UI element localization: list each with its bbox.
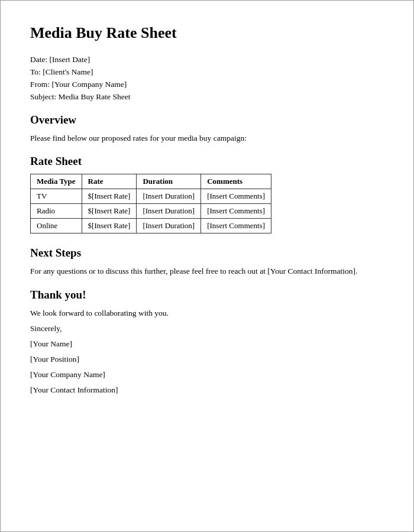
contact-line: [Your Contact Information] — [30, 385, 384, 395]
closing-text: We look forward to collaborating with yo… — [30, 309, 384, 318]
name-line: [Your Name] — [30, 339, 384, 349]
table-row: Online$[Insert Rate][Insert Duration][In… — [31, 219, 271, 233]
table-cell: Online — [31, 219, 82, 233]
document-title: Media Buy Rate Sheet — [30, 24, 384, 42]
table-cell: [Insert Comments] — [201, 204, 271, 219]
table-cell: [Insert Comments] — [201, 219, 271, 233]
table-header-row: Media Type Rate Duration Comments — [31, 174, 271, 189]
closing-section: Thank you! We look forward to collaborat… — [30, 288, 384, 395]
from-line: From: [Your Company Name] — [30, 80, 384, 89]
next-steps-text: For any questions or to discuss this fur… — [30, 265, 384, 277]
next-steps-section: Next Steps For any questions or to discu… — [30, 246, 384, 277]
sincerely-line: Sincerely, — [30, 324, 384, 333]
overview-text: Please find below our proposed rates for… — [30, 132, 384, 144]
overview-heading: Overview — [30, 113, 384, 126]
table-cell: [Insert Duration] — [137, 204, 201, 219]
col-header-media-type: Media Type — [31, 174, 82, 189]
table-row: TV$[Insert Rate][Insert Duration][Insert… — [31, 189, 271, 204]
page-container: Media Buy Rate Sheet Date: [Insert Date]… — [0, 0, 414, 532]
to-line: To: [Client's Name] — [30, 67, 384, 77]
position-line: [Your Position] — [30, 355, 384, 364]
table-cell: [Insert Comments] — [201, 189, 271, 204]
next-steps-heading: Next Steps — [30, 246, 384, 259]
rate-table: Media Type Rate Duration Comments TV$[In… — [30, 174, 271, 233]
rate-sheet-heading: Rate Sheet — [30, 155, 384, 168]
subject-line: Subject: Media Buy Rate Sheet — [30, 92, 384, 102]
table-cell: $[Insert Rate] — [82, 189, 137, 204]
col-header-rate: Rate — [82, 174, 137, 189]
rate-sheet-section: Rate Sheet Media Type Rate Duration Comm… — [30, 155, 384, 233]
table-cell: [Insert Duration] — [137, 189, 201, 204]
table-row: Radio$[Insert Rate][Insert Duration][Ins… — [31, 204, 271, 219]
table-cell: Radio — [31, 204, 82, 219]
date-line: Date: [Insert Date] — [30, 55, 384, 64]
overview-section: Overview Please find below our proposed … — [30, 113, 384, 144]
col-header-comments: Comments — [201, 174, 271, 189]
thank-you-heading: Thank you! — [30, 288, 384, 301]
table-cell: TV — [31, 189, 82, 204]
company-line: [Your Company Name] — [30, 370, 384, 379]
table-cell: $[Insert Rate] — [82, 219, 137, 233]
col-header-duration: Duration — [137, 174, 201, 189]
table-cell: [Insert Duration] — [137, 219, 201, 233]
meta-section: Date: [Insert Date] To: [Client's Name] … — [30, 55, 384, 102]
table-cell: $[Insert Rate] — [82, 204, 137, 219]
